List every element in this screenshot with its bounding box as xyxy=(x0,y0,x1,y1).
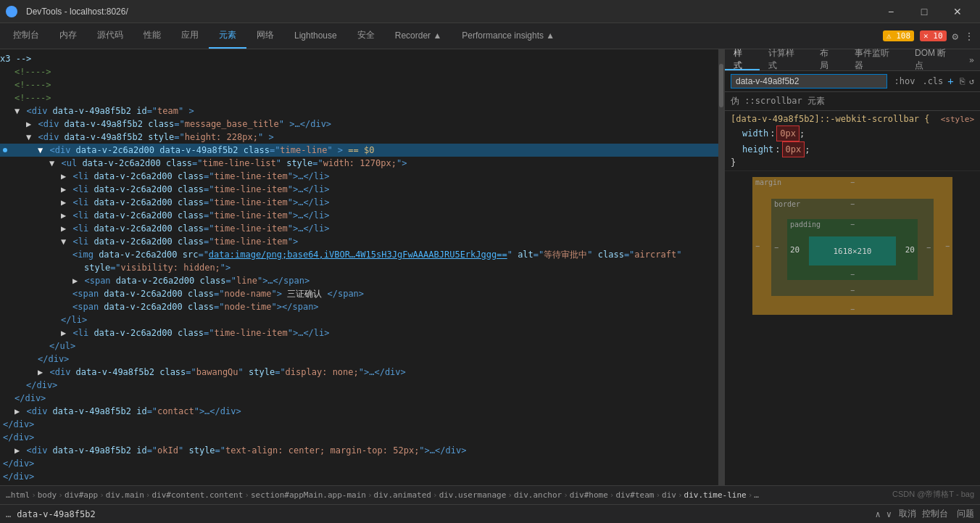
breadcrumb-div-content[interactable]: div#content.content xyxy=(151,490,243,500)
dom-line: </div> xyxy=(0,470,718,483)
tab-event-listeners[interactable]: 事件监听器 xyxy=(846,49,906,70)
tab-performance[interactable]: 性能 xyxy=(133,23,171,49)
bottom-tab-issues[interactable]: 问题 xyxy=(957,508,974,520)
arrow-icon: ▶ xyxy=(61,210,66,221)
more-icon[interactable]: ⋮ xyxy=(964,30,974,42)
tab-sources[interactable]: 源代码 xyxy=(87,23,133,49)
maximize-button[interactable]: □ xyxy=(908,0,941,23)
copy-icon[interactable]: ⎘ xyxy=(960,76,965,86)
breadcrumb-div[interactable]: div xyxy=(662,490,676,500)
filter-input[interactable] xyxy=(731,74,887,88)
dom-line-selected[interactable]: ▼ <div data-v-2c6a2d00 data-v-49a8f5b2 c… xyxy=(0,144,718,157)
dom-line[interactable]: ▶ <li data-v-2c6a2d00 class="time-line-i… xyxy=(0,196,718,209)
tab-network[interactable]: 网络 xyxy=(246,23,284,49)
bottom-search-input[interactable] xyxy=(17,509,868,519)
breadcrumb-ellipsis: … xyxy=(6,490,11,500)
tab-dom-breakpoints[interactable]: DOM 断点 xyxy=(906,49,963,70)
arrow-icon: ▼ xyxy=(38,145,43,155)
add-style-icon[interactable]: + xyxy=(947,75,953,87)
arrow-icon: ▶ xyxy=(72,276,78,286)
box-border: border − − − − padding − − 20 20 1618× xyxy=(771,199,934,296)
breadcrumb-div-app[interactable]: div#app xyxy=(65,490,98,500)
dom-line[interactable]: ▶ <li data-v-2c6a2d00 class="time-line-i… xyxy=(0,183,718,196)
bottom-bar: … ∧ ∨ 取消 控制台 问题 xyxy=(0,504,980,523)
dom-line[interactable]: ▶ <li data-v-2c6a2d00 class="time-line-i… xyxy=(0,170,718,183)
breadcrumb-div-home[interactable]: div#home xyxy=(570,490,608,500)
title-bar: DevTools - localhost:8026/ − □ ✕ xyxy=(0,0,980,23)
dom-line[interactable]: ▶ <li data-v-2c6a2d00 class="time-line-i… xyxy=(0,326,718,339)
cls-label[interactable]: .cls xyxy=(922,76,943,86)
margin-top: − xyxy=(850,178,855,186)
border-bottom: − xyxy=(850,287,855,295)
tab-styles[interactable]: 样式 xyxy=(725,49,760,70)
breadcrumb-div-animated[interactable]: div.animated xyxy=(374,490,431,500)
scrollbar[interactable] xyxy=(718,49,724,485)
breadcrumb-div-usermanage[interactable]: div.usermanage xyxy=(439,490,507,500)
tab-lighthouse[interactable]: Lighthouse xyxy=(284,23,347,49)
hov-label[interactable]: :hov xyxy=(894,76,915,86)
dom-line[interactable]: <span data-v-2c6a2d00 class="node-name">… xyxy=(0,287,718,300)
dom-line: </ul> xyxy=(0,339,718,353)
dom-line[interactable]: <span data-v-2c6a2d00 class="node-time">… xyxy=(0,300,718,313)
bottom-tab-console[interactable]: 控制台 xyxy=(922,508,948,520)
dom-line[interactable]: ▼ <li data-v-2c6a2d00 class="time-line-i… xyxy=(0,235,718,248)
settings-icon[interactable]: ⚙ xyxy=(952,30,958,42)
tab-performance-insights[interactable]: Performance insights ▲ xyxy=(452,23,565,49)
tab-application[interactable]: 应用 xyxy=(171,23,209,49)
dom-line[interactable]: ▼ <ul data-v-2c6a2d00 class="time-line-l… xyxy=(0,157,718,170)
tab-recorder[interactable]: Recorder ▲ xyxy=(385,23,452,49)
css-rule-block: [data-v-49a8f5b2]::-webkit-scrollbar { <… xyxy=(725,111,980,171)
tab-console[interactable]: 控制台 xyxy=(3,23,49,49)
more-tabs-icon[interactable]: » xyxy=(963,49,980,70)
cancel-button[interactable]: 取消 xyxy=(899,508,916,520)
dom-line[interactable]: ▶ <div data-v-49a8f5b2 id="contact">…</d… xyxy=(0,405,718,418)
breadcrumb-div-team[interactable]: div#team xyxy=(615,490,654,500)
padding-top: − xyxy=(850,221,855,228)
tab-security[interactable]: 安全 xyxy=(347,23,385,49)
minimize-button[interactable]: − xyxy=(874,0,908,23)
dom-line[interactable]: ▶ <div data-v-49a8f5b2 class="message_ba… xyxy=(0,118,718,131)
nav-up-button[interactable]: ∧ xyxy=(874,508,882,521)
dom-line[interactable]: ▶ <div data-v-49a8f5b2 id="okId" style="… xyxy=(0,444,718,457)
dom-line[interactable]: ▶ <li data-v-2c6a2d00 class="time-line-i… xyxy=(0,209,718,222)
padding-bottom: − xyxy=(850,271,855,279)
dot-indicator xyxy=(3,148,7,152)
err-count-badge: ✕ 10 xyxy=(920,30,947,41)
refresh-icon[interactable]: ↺ xyxy=(969,76,974,86)
margin-label: margin xyxy=(755,178,781,186)
breadcrumb-div-timeline[interactable]: div.time-line xyxy=(684,490,747,500)
dom-line[interactable]: ▶ <li data-v-2c6a2d00 class="time-line-i… xyxy=(0,222,718,235)
margin-left: − xyxy=(755,242,760,250)
tab-bar-right: ⚠ 108 ✕ 10 ⚙ ⋮ xyxy=(883,23,980,49)
dom-line: </li> xyxy=(0,313,718,326)
dom-line: </div> xyxy=(0,353,718,366)
breadcrumb-html[interactable]: html xyxy=(11,490,30,500)
tab-elements[interactable]: 元素 xyxy=(209,23,246,49)
padding-label: padding xyxy=(790,221,821,228)
dom-line[interactable]: ▶ <span data-v-2c6a2d00 class="line">…</… xyxy=(0,274,718,287)
dom-line[interactable]: ▼ <div data-v-49a8f5b2 style="height: 22… xyxy=(0,131,718,144)
breadcrumb-section[interactable]: section#appMain.app-main xyxy=(251,490,366,500)
nav-down-button[interactable]: ∨ xyxy=(885,508,893,521)
dom-line[interactable]: <img data-v-2c6a2d00 src="data:image/png… xyxy=(0,248,718,261)
css-prop-value-height[interactable]: 0px xyxy=(782,141,805,157)
css-source[interactable]: <style> xyxy=(941,115,974,124)
dom-line[interactable]: ▶ <div data-v-49a8f5b2 class="bawangQu" … xyxy=(0,366,718,379)
css-prop-value-width[interactable]: 0px xyxy=(776,125,800,141)
dom-tree[interactable]: x3 --> <!----> <!----> <!----> ▼ <div da… xyxy=(0,49,718,485)
dom-line: </div> xyxy=(0,392,718,405)
tab-layout[interactable]: 布局 xyxy=(811,49,846,70)
breadcrumb-body[interactable]: body xyxy=(38,490,57,500)
close-button[interactable]: ✕ xyxy=(941,0,974,23)
scrollbar-thumb[interactable] xyxy=(719,64,723,107)
css-prop-height: height : 0px ; xyxy=(731,141,974,157)
dom-line: </section> xyxy=(0,483,718,485)
devtools-tab-bar: 控制台 内存 源代码 性能 应用 元素 网络 Lighthouse 安全 Rec… xyxy=(0,23,980,49)
breadcrumb-div-main[interactable]: div.main xyxy=(106,490,144,500)
breadcrumb-div-anchor[interactable]: div.anchor xyxy=(514,490,562,500)
dom-line[interactable]: ▼ <div data-v-49a8f5b2 id="team" > xyxy=(0,104,718,118)
tab-computed[interactable]: 计算样式 xyxy=(760,49,811,70)
tab-memory[interactable]: 内存 xyxy=(49,23,87,49)
css-prop-width: width : 0px ; xyxy=(731,125,974,141)
title-bar-text: DevTools - localhost:8026/ xyxy=(26,7,128,17)
